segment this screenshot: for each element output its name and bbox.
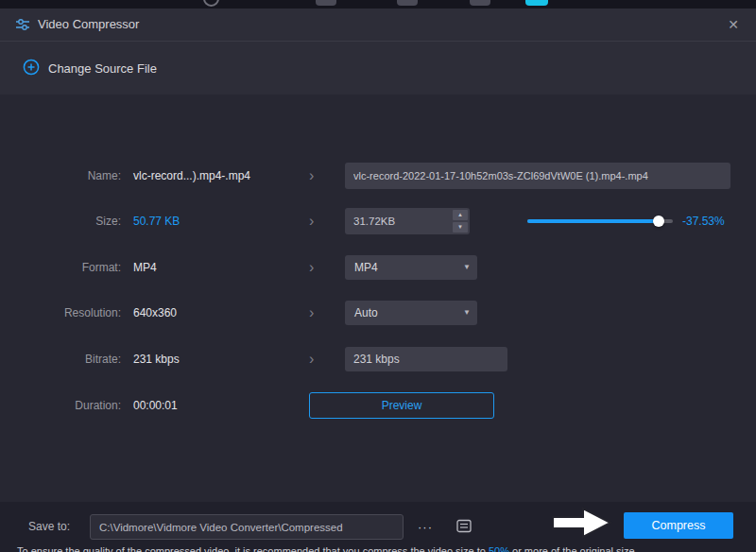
spin-up-icon[interactable]: ▲	[453, 210, 468, 220]
change-source-file-button[interactable]: Change Source File	[23, 58, 157, 78]
size-stepper: ▲ ▼	[345, 208, 470, 234]
name-row: Name: vlc-record...).mp4-.mp4 ›	[0, 163, 756, 189]
dialog-titlebar: Video Compressor ✕	[0, 9, 756, 41]
source-bar: Change Source File	[0, 42, 756, 95]
chevron-right-icon: ›	[309, 163, 314, 188]
name-label: Name:	[19, 163, 121, 189]
close-icon[interactable]: ✕	[722, 9, 745, 41]
tip-text: To ensure the quality of the compressed …	[17, 545, 638, 552]
resolution-current-value: 640x360	[133, 300, 177, 326]
resolution-selected-value: Auto	[354, 301, 378, 325]
background-tab-icon	[470, 0, 490, 6]
size-slider[interactable]	[527, 219, 673, 223]
tip-pre: To ensure the quality of the compressed …	[17, 545, 489, 552]
name-current-value: vlc-record...).mp4-.mp4	[133, 163, 250, 189]
resolution-label: Resolution:	[19, 300, 121, 326]
size-label: Size:	[19, 208, 121, 234]
format-current-value: MP4	[133, 254, 157, 281]
browse-more-button[interactable]: ···	[409, 514, 441, 540]
compress-button[interactable]: Compress	[624, 512, 733, 539]
chevron-right-icon: ›	[309, 208, 314, 233]
bitrate-input[interactable]	[345, 347, 507, 371]
tip-highlight: 50%	[489, 545, 509, 552]
resolution-dropdown[interactable]: Auto ▼	[345, 301, 477, 325]
size-spinner: ▲ ▼	[453, 210, 468, 233]
chevron-down-icon: ▼	[463, 255, 471, 280]
format-row: Format: MP4 › MP4 ▼	[0, 254, 756, 281]
duration-label: Duration:	[19, 392, 121, 419]
chevron-down-icon: ▼	[463, 301, 471, 325]
duration-current-value: 00:00:01	[133, 392, 178, 419]
size-row: Size: 50.77 KB › ▲ ▼ -37.53%	[0, 208, 756, 234]
background-tab-icon	[397, 0, 418, 6]
size-slider-handle[interactable]	[653, 216, 664, 227]
background-tab-icon	[316, 0, 336, 6]
chevron-right-icon: ›	[309, 346, 314, 371]
bitrate-current-value: 231 kbps	[133, 346, 180, 372]
format-dropdown[interactable]: MP4 ▼	[345, 255, 477, 280]
size-input[interactable]	[345, 208, 445, 234]
background-circle-icon	[203, 0, 219, 7]
tip-post: or more of the original size.	[509, 545, 638, 552]
size-reduction-percent: -37.53%	[682, 208, 725, 234]
compressor-form: Name: vlc-record...).mp4-.mp4 › Size: 50…	[0, 95, 756, 502]
pointer-arrow-graphic	[551, 504, 613, 545]
bitrate-row: Bitrate: 231 kbps ›	[0, 346, 756, 372]
spin-down-icon[interactable]: ▼	[453, 222, 468, 233]
save-to-label: Save to:	[28, 502, 70, 551]
size-current-value: 50.77 KB	[133, 208, 180, 234]
dialog-title: Video Compressor	[38, 9, 139, 41]
preview-button[interactable]: Preview	[309, 392, 494, 419]
chevron-right-icon: ›	[309, 300, 314, 325]
change-source-file-label: Change Source File	[48, 61, 157, 76]
format-selected-value: MP4	[354, 255, 378, 280]
background-active-tool-icon	[525, 0, 548, 6]
format-label: Format:	[19, 254, 121, 281]
dialog-footer: Save to: ··· Compress To ensure the qual…	[0, 502, 756, 552]
save-path-input[interactable]	[90, 514, 404, 540]
background-app-toolbar	[0, 0, 756, 9]
bitrate-label: Bitrate:	[19, 346, 121, 372]
open-folder-icon[interactable]	[453, 518, 477, 537]
add-circle-icon	[23, 59, 40, 78]
duration-row: Duration: 00:00:01 Preview	[0, 392, 756, 419]
size-slider-fill	[527, 219, 659, 223]
name-input[interactable]	[345, 163, 730, 189]
chevron-right-icon: ›	[309, 254, 314, 280]
compressor-sliders-icon	[15, 17, 30, 36]
resolution-row: Resolution: 640x360 › Auto ▼	[0, 300, 756, 326]
